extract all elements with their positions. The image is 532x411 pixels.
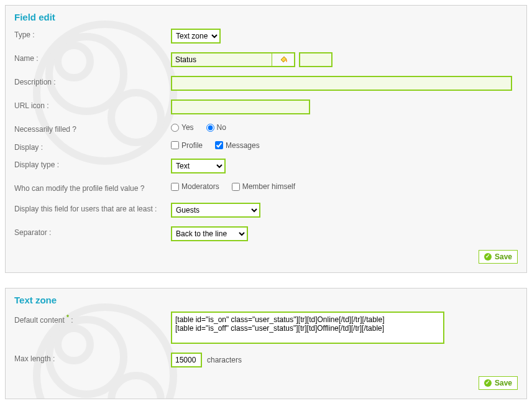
display-messages-checkbox[interactable] [215, 141, 223, 149]
necessarily-label: Necessarily filled ? [14, 123, 171, 135]
name-label: Name : [14, 52, 171, 64]
panel-title: Text zone [14, 295, 518, 305]
max-length-label: Max length : [14, 353, 171, 364]
url-icon-label: URL icon : [14, 99, 171, 111]
necessarily-no-radio[interactable] [206, 124, 214, 132]
necessarily-yes-radio[interactable] [171, 124, 179, 132]
save-button[interactable]: ✓Save [479, 376, 518, 390]
text-zone-panel: Text zone Default content * : Max length… [5, 288, 527, 399]
display-label: Display : [14, 141, 171, 153]
least-select[interactable]: Guests [172, 204, 259, 216]
who-moderators[interactable]: Moderators [171, 182, 219, 191]
paint-bucket-icon [278, 55, 288, 65]
default-content-label: Default content * : [14, 312, 171, 326]
name-input[interactable] [172, 53, 272, 66]
least-label: Display this field for users that are at… [14, 203, 171, 215]
display-messages[interactable]: Messages [215, 141, 260, 150]
name-extra-input[interactable] [300, 53, 331, 66]
description-input[interactable] [172, 77, 511, 90]
who-moderators-checkbox[interactable] [171, 183, 179, 191]
max-length-input[interactable] [172, 354, 201, 366]
display-profile[interactable]: Profile [171, 141, 203, 150]
type-select[interactable]: Text zone [172, 30, 219, 42]
type-label: Type : [14, 29, 171, 40]
who-modify-label: Who can modify the profile field value ? [14, 182, 171, 194]
description-label: Description : [14, 76, 171, 88]
separator-label: Separator : [14, 226, 171, 238]
check-icon: ✓ [484, 379, 492, 387]
display-type-label: Display type : [14, 159, 171, 170]
who-member-checkbox[interactable] [232, 183, 240, 191]
default-content-textarea[interactable] [172, 313, 443, 335]
max-length-unit: characters [207, 356, 242, 364]
display-profile-checkbox[interactable] [171, 141, 179, 149]
necessarily-yes[interactable]: Yes [171, 123, 194, 132]
separator-select[interactable]: Back to the line [172, 228, 247, 240]
check-icon: ✓ [484, 253, 492, 261]
panel-title: Field edit [14, 12, 518, 22]
save-button[interactable]: ✓Save [479, 250, 518, 264]
field-edit-panel: Field edit Type : Text zone Name : [5, 5, 527, 273]
necessarily-no[interactable]: No [206, 123, 226, 132]
display-type-select[interactable]: Text [172, 160, 224, 172]
type-select-wrap: Text zone [171, 29, 221, 44]
who-member[interactable]: Member himself [232, 182, 295, 191]
color-picker-button[interactable] [272, 53, 294, 66]
url-icon-input[interactable] [172, 101, 309, 113]
